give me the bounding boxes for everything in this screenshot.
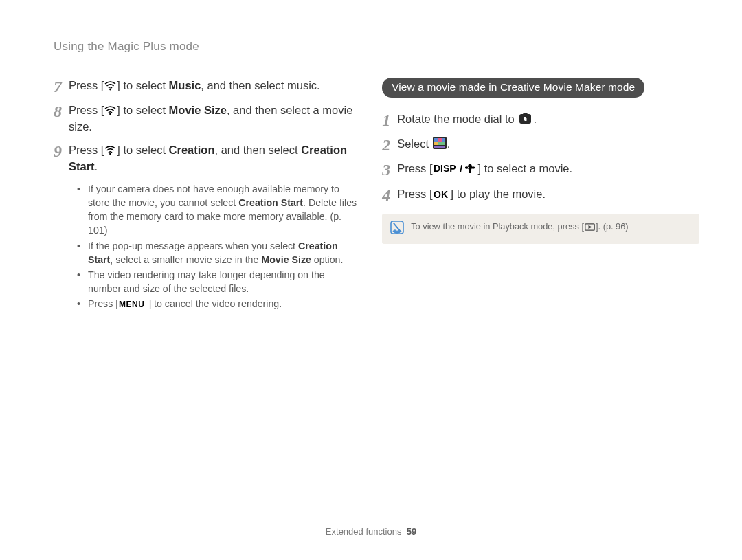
step-text: Rotate the mode dial to . <box>397 111 537 128</box>
list-item: If the pop-up message appears when you s… <box>77 239 357 267</box>
step-1: 1 Rotate the mode dial to . <box>382 111 699 129</box>
wifi-icon <box>104 106 116 115</box>
step-text: Press [] to select Creation, and then se… <box>69 142 357 175</box>
svg-rect-7 <box>442 138 445 142</box>
note-icon <box>390 221 404 237</box>
svg-point-1 <box>109 113 111 115</box>
manual-page: Using the Magic Plus mode 7 Press [] to … <box>0 0 742 560</box>
step-text: Select . <box>397 136 450 153</box>
menu-icon: MENU <box>119 300 148 309</box>
step-text: Press [] to select Movie Size, and then … <box>69 102 357 135</box>
step-number: 7 <box>54 78 69 96</box>
svg-text:/: / <box>460 163 463 174</box>
step-8: 8 Press [] to select Movie Size, and the… <box>54 102 357 135</box>
step-3: 3 Press [DISP/] to select a movie. <box>382 161 699 179</box>
svg-rect-6 <box>438 138 442 142</box>
svg-rect-5 <box>434 138 438 142</box>
svg-text:MENU: MENU <box>119 300 144 309</box>
footer-page: 59 <box>407 526 416 537</box>
list-item: The video rendering may take longer depe… <box>77 268 357 295</box>
svg-point-0 <box>109 89 111 91</box>
list-item: If your camera does not have enough avai… <box>77 182 357 238</box>
creative-movie-icon <box>433 137 447 149</box>
notes-list: If your camera does not have enough avai… <box>54 182 357 311</box>
header-rule <box>54 58 699 58</box>
right-column: View a movie made in Creative Movie Make… <box>382 78 699 312</box>
step-text: Press [OK] to play the movie. <box>397 186 546 203</box>
step-text: Press [] to select Music, and then selec… <box>69 78 320 94</box>
section-heading-pill: View a movie made in Creative Movie Make… <box>382 78 644 98</box>
step-4: 4 Press [OK] to play the movie. <box>382 186 699 204</box>
step-9: 9 Press [] to select Creation, and then … <box>54 142 357 175</box>
playback-icon <box>585 223 595 231</box>
disp-macro-icon: DISP/ <box>434 163 477 174</box>
step-text: Press [DISP/] to select a movie. <box>397 161 572 177</box>
footer-section: Extended functions <box>326 526 402 537</box>
step-number: 3 <box>382 161 397 179</box>
step-2: 2 Select . <box>382 136 699 154</box>
svg-point-2 <box>109 153 111 155</box>
svg-text:OK: OK <box>434 190 448 199</box>
svg-text:DISP: DISP <box>434 163 456 174</box>
step-7: 7 Press [] to select Music, and then sel… <box>54 78 357 96</box>
svg-rect-9 <box>438 142 445 145</box>
svg-rect-13 <box>469 170 471 173</box>
note-text: To view the movie in Playback mode, pres… <box>411 221 628 232</box>
ok-icon: OK <box>434 190 450 199</box>
step-number: 8 <box>54 102 69 120</box>
page-footer: Extended functions 59 <box>0 526 742 537</box>
step-number: 4 <box>382 186 397 204</box>
page-title: Using the Magic Plus mode <box>54 40 699 54</box>
content-columns: 7 Press [] to select Music, and then sel… <box>54 78 699 312</box>
svg-rect-8 <box>434 142 438 145</box>
wifi-icon <box>104 146 116 155</box>
wifi-icon <box>104 81 116 91</box>
list-item: Press [MENU] to cancel the video renderi… <box>77 297 357 311</box>
step-number: 9 <box>54 142 69 160</box>
note-box: To view the movie in Playback mode, pres… <box>382 214 699 244</box>
step-number: 1 <box>382 111 397 129</box>
svg-rect-10 <box>434 146 445 148</box>
mode-dial-icon <box>518 113 532 124</box>
left-column: 7 Press [] to select Music, and then sel… <box>54 78 357 312</box>
step-number: 2 <box>382 136 397 154</box>
